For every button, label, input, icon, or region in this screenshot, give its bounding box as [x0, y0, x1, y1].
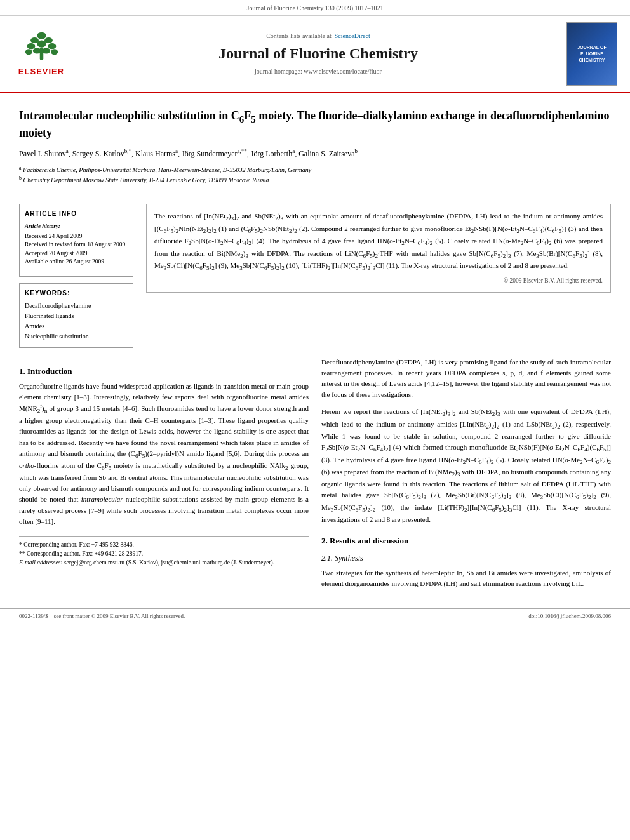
- svg-point-1: [37, 32, 46, 39]
- svg-point-6: [48, 43, 56, 49]
- svg-point-5: [37, 41, 46, 48]
- article-divider: [19, 190, 611, 190]
- footnote-email: E-mail addresses: sergej@org.chem.msu.ru…: [19, 558, 309, 567]
- keyword-1: Decafluorodiphenylamine: [25, 302, 128, 310]
- svg-point-8: [32, 48, 41, 54]
- keywords-heading: Keywords:: [25, 289, 128, 298]
- elsevier-tree-icon: [24, 30, 59, 65]
- journal-homepage: journal homepage: www.elsevier.com/locat…: [70, 67, 566, 76]
- authors-line: Pavel I. Shutova, Sergey S. Karlovb,*, K…: [19, 147, 611, 160]
- footnote-2: ** Corresponding author. Fax: +49 6421 2…: [19, 549, 309, 558]
- results-heading: 2. Results and discussion: [321, 535, 611, 547]
- introduction-heading: 1. Introduction: [19, 366, 309, 377]
- info-abstract-columns: ARTICLE INFO Article history: Received 2…: [19, 197, 611, 348]
- main-body: 1. Introduction Organofluorine ligands h…: [19, 357, 611, 589]
- svg-point-10: [51, 50, 58, 55]
- received-date: Received 24 April 2009: [25, 232, 128, 241]
- footnote-1: * Corresponding author. Fax: +7 495 932 …: [19, 540, 309, 549]
- keyword-2: Fluorinated ligands: [25, 312, 128, 321]
- journal-title-block: Contents lists available at ScienceDirec…: [70, 32, 566, 76]
- bottom-doi: doi:10.1016/j.jfluchem.2009.08.006: [528, 612, 611, 620]
- right-intro-para-2: Herein we report the reactions of [In(NE…: [321, 406, 611, 525]
- sciencedirect-link[interactable]: ScienceDirect: [335, 32, 370, 39]
- journal-header: ELSEVIER Contents lists available at Sci…: [0, 16, 630, 93]
- elsevier-label: ELSEVIER: [18, 66, 64, 77]
- article-info-box: ARTICLE INFO Article history: Received 2…: [19, 204, 133, 277]
- footnotes-section: * Corresponding author. Fax: +7 495 932 …: [19, 536, 309, 568]
- keywords-box: Keywords: Decafluorodiphenylamine Fluori…: [19, 283, 133, 348]
- results-paragraph: Two strategies for the synthesis of hete…: [321, 568, 611, 589]
- bottom-bar: 0022-1139/$ – see front matter © 2009 El…: [0, 608, 630, 623]
- elsevier-logo-block: ELSEVIER: [13, 30, 70, 77]
- journal-citation: Journal of Fluorine Chemistry 130 (2009)…: [247, 4, 384, 11]
- svg-point-7: [25, 50, 32, 55]
- svg-point-9: [42, 48, 50, 54]
- affiliation-a: a Fachbereich Chemie, Philipps-Universit…: [19, 164, 611, 175]
- body-right-col: Decafluorodiphenylamine (DFDPA, LH) is v…: [321, 357, 611, 589]
- keyword-4: Nucleophilic substitution: [25, 332, 128, 341]
- svg-point-4: [27, 43, 35, 49]
- article-content: Intramolecular nucleophilic substitution…: [0, 93, 630, 602]
- sciencedirect-line: Contents lists available at ScienceDirec…: [70, 32, 566, 41]
- abstract-box: The reactions of [In(NEt2)3]2 and Sb(NEt…: [146, 204, 611, 292]
- article-info-heading: ARTICLE INFO: [25, 210, 128, 218]
- keyword-3: Amides: [25, 322, 128, 331]
- revised-date: Received in revised form 18 August 2009: [25, 241, 128, 249]
- right-intro-para-1: Decafluorodiphenylamine (DFDPA, LH) is v…: [321, 357, 611, 400]
- bottom-copyright: 0022-1139/$ – see front matter © 2009 El…: [19, 612, 185, 620]
- abstract-col: The reactions of [In(NEt2)3]2 and Sb(NEt…: [146, 204, 611, 348]
- journal-topbar: Journal of Fluorine Chemistry 130 (2009)…: [0, 0, 630, 16]
- synthesis-subheading: 2.1. Synthesis: [321, 553, 611, 564]
- abstract-text: The reactions of [In(NEt2)3]2 and Sb(NEt…: [154, 211, 603, 272]
- article-history-section: Article history: Received 24 April 2009 …: [25, 222, 128, 266]
- history-heading: Article history:: [25, 222, 128, 230]
- copyright-line: © 2009 Elsevier B.V. All rights reserved…: [154, 276, 603, 285]
- left-info-col: ARTICLE INFO Article history: Received 2…: [19, 204, 133, 348]
- affiliations: a Fachbereich Chemie, Philipps-Universit…: [19, 164, 611, 185]
- affiliation-b: b Chemistry Department Moscow State Univ…: [19, 175, 611, 185]
- page-container: Journal of Fluorine Chemistry 130 (2009)…: [0, 0, 630, 623]
- article-title: Intramolecular nucleophilic substitution…: [19, 109, 611, 140]
- body-left-col: 1. Introduction Organofluorine ligands h…: [19, 357, 309, 589]
- online-date: Available online 26 August 2009: [25, 258, 128, 266]
- svg-rect-11: [39, 48, 43, 60]
- introduction-paragraph: Organofluorine ligands have found widesp…: [19, 381, 309, 526]
- journal-main-title: Journal of Fluorine Chemistry: [70, 43, 566, 65]
- accepted-date: Accepted 20 August 2009: [25, 250, 128, 258]
- journal-cover-image: JOURNAL OF FLUORINE CHEMISTRY: [566, 22, 617, 86]
